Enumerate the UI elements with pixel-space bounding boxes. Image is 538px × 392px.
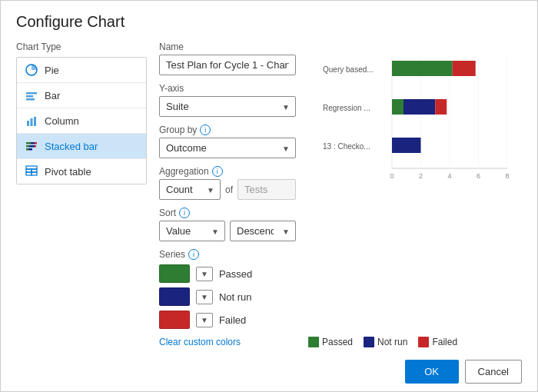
- series-failed-color[interactable]: [159, 311, 190, 329]
- config-panel: Name Y-axis Suite ▼ Group by i Outcome: [147, 42, 308, 347]
- legend-notrun: Not run: [364, 337, 407, 347]
- chart-type-pivot-label: Pivot table: [45, 166, 91, 178]
- aggregation-of-label: of: [225, 184, 233, 195]
- svg-text:2: 2: [419, 172, 423, 180]
- chart-type-column[interactable]: Column: [17, 108, 146, 134]
- svg-rect-34: [392, 61, 453, 76]
- chart-type-pivot[interactable]: Pivot table: [17, 159, 146, 184]
- chart-type-stacked-bar-label: Stacked bar: [45, 141, 98, 152]
- svg-rect-13: [26, 148, 28, 151]
- legend-passed: Passed: [308, 337, 353, 347]
- agg-select-wrapper: Count ▼: [159, 179, 221, 200]
- series-not-run: ▼ Not run: [159, 287, 296, 306]
- groupby-select-wrapper: Outcome ▼: [159, 138, 296, 158]
- clear-colors-link[interactable]: Clear custom colors: [159, 337, 241, 347]
- legend-failed: Failed: [418, 337, 457, 347]
- dialog-body: Chart Type Pie: [16, 42, 522, 347]
- aggregation-label: Aggregation i: [159, 166, 296, 177]
- groupby-select[interactable]: Outcome: [159, 138, 296, 158]
- name-input[interactable]: [159, 55, 296, 75]
- chart-type-pie-label: Pie: [45, 65, 59, 76]
- series-info-icon[interactable]: i: [188, 249, 199, 260]
- svg-rect-1: [26, 92, 37, 95]
- svg-rect-5: [31, 118, 33, 126]
- dialog-footer: OK Cancel: [16, 350, 522, 384]
- svg-rect-16: [26, 169, 32, 172]
- chart-type-bar[interactable]: Bar: [17, 83, 146, 108]
- aggregation-info-icon[interactable]: i: [212, 166, 223, 177]
- svg-rect-37: [404, 99, 435, 115]
- chart-svg: Query based... Regression ... 13 : Check…: [308, 49, 522, 203]
- series-passed-dropdown[interactable]: ▼: [196, 267, 213, 281]
- configure-chart-dialog: Configure Chart Chart Type Pie: [0, 0, 538, 392]
- svg-rect-18: [26, 172, 32, 175]
- sort-row: Value ▼ Descending ▼: [159, 221, 296, 241]
- bar-icon: [25, 88, 38, 102]
- chart-type-list: Pie Bar: [16, 57, 147, 184]
- svg-rect-7: [26, 142, 31, 145]
- sort-value-select[interactable]: Value: [159, 221, 225, 241]
- svg-text:4: 4: [447, 172, 451, 180]
- series-passed-color[interactable]: [159, 264, 190, 283]
- legend-passed-label: Passed: [322, 337, 353, 347]
- sort-value-wrapper: Value ▼: [159, 221, 225, 241]
- svg-rect-35: [453, 61, 476, 76]
- svg-text:8: 8: [505, 172, 509, 180]
- yaxis-label: Y-axis: [159, 83, 296, 94]
- svg-rect-6: [34, 117, 36, 126]
- chart-type-label: Chart Type: [16, 42, 147, 52]
- svg-rect-9: [35, 142, 37, 145]
- cancel-button[interactable]: Cancel: [465, 360, 522, 384]
- svg-rect-11: [29, 145, 35, 148]
- svg-text:Query based...: Query based...: [323, 65, 374, 74]
- svg-text:13 : Checko...: 13 : Checko...: [323, 142, 370, 151]
- legend-notrun-label: Not run: [377, 337, 407, 347]
- series-passed-label: Passed: [219, 268, 252, 280]
- svg-rect-10: [26, 145, 29, 148]
- ok-button[interactable]: OK: [405, 360, 459, 384]
- svg-text:6: 6: [477, 172, 480, 180]
- pivot-icon: [25, 164, 38, 178]
- aggregation-field-input: [237, 179, 296, 200]
- svg-rect-12: [35, 145, 36, 148]
- svg-rect-4: [27, 121, 29, 126]
- legend-failed-label: Failed: [432, 337, 457, 347]
- chart-legend: Passed Not run Failed: [308, 337, 522, 347]
- name-label: Name: [159, 42, 296, 52]
- sort-direction-wrapper: Descending ▼: [230, 221, 296, 241]
- series-failed: ▼ Failed: [159, 311, 296, 329]
- chart-area: Query based... Regression ... 13 : Check…: [308, 42, 522, 331]
- svg-rect-3: [26, 98, 35, 101]
- chart-type-column-label: Column: [45, 115, 79, 127]
- groupby-label: Group by i: [159, 125, 296, 135]
- sort-direction-select[interactable]: Descending: [230, 221, 296, 241]
- chart-type-pie[interactable]: Pie: [17, 58, 146, 83]
- svg-rect-19: [32, 172, 37, 175]
- series-notrun-color[interactable]: [159, 287, 190, 306]
- legend-failed-color: [418, 337, 429, 347]
- legend-passed-color: [308, 337, 319, 347]
- svg-rect-39: [392, 138, 421, 153]
- series-notrun-dropdown[interactable]: ▼: [196, 290, 213, 304]
- svg-rect-38: [435, 99, 447, 115]
- series-failed-dropdown[interactable]: ▼: [196, 313, 213, 327]
- svg-rect-36: [392, 99, 404, 115]
- series-passed: ▼ Passed: [159, 264, 296, 283]
- svg-rect-2: [26, 95, 33, 98]
- aggregation-row: Count ▼ of: [159, 179, 296, 200]
- chart-type-stacked-bar[interactable]: Stacked bar: [17, 134, 146, 159]
- sort-info-icon[interactable]: i: [179, 208, 190, 218]
- yaxis-select-wrapper: Suite ▼: [159, 96, 296, 117]
- groupby-info-icon[interactable]: i: [200, 125, 211, 135]
- yaxis-select[interactable]: Suite: [159, 96, 296, 117]
- sort-label: Sort i: [159, 208, 296, 218]
- svg-text:0: 0: [390, 172, 394, 180]
- chart-type-panel: Chart Type Pie: [16, 42, 147, 347]
- series-notrun-label: Not run: [219, 291, 252, 303]
- aggregation-select[interactable]: Count: [159, 179, 221, 200]
- svg-rect-17: [32, 169, 37, 172]
- stacked-bar-icon: [25, 139, 38, 153]
- column-icon: [25, 114, 38, 128]
- dialog-title: Configure Chart: [16, 13, 522, 31]
- pie-icon: [25, 63, 38, 77]
